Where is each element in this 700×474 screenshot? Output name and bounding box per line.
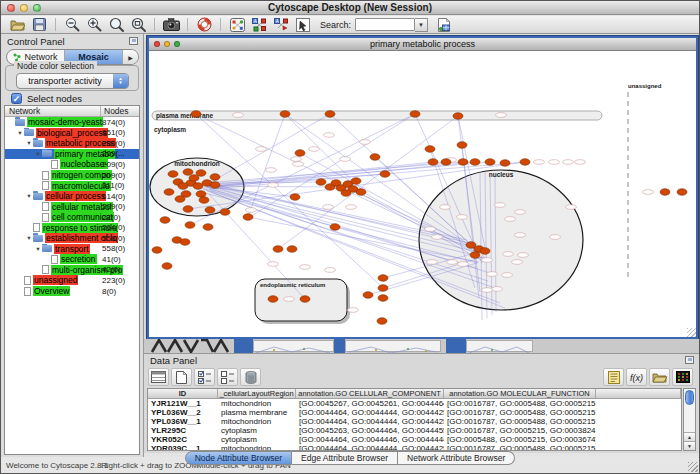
tab-network-attribute-browser[interactable]: Network Attribute Browser	[398, 451, 515, 465]
graph-node[interactable]	[191, 111, 201, 118]
graph-node[interactable]	[287, 246, 297, 253]
tree-row[interactable]: ▼primary metabo209(...	[5, 149, 139, 160]
graph-node[interactable]	[175, 196, 185, 203]
attribute-select-icon[interactable]	[148, 368, 169, 386]
graph-node[interactable]	[325, 111, 335, 118]
expander-icon[interactable]: ▼	[16, 130, 24, 136]
graph-node[interactable]	[363, 292, 373, 299]
function-builder-icon[interactable]: f(x)	[626, 368, 647, 386]
plasma-membrane-region[interactable]	[152, 111, 602, 120]
graph-node[interactable]	[243, 214, 253, 221]
graph-node[interactable]	[410, 111, 420, 118]
table-row[interactable]: YKR052Ccytoplasm[GO:0044464, GO:0044446,…	[148, 435, 681, 444]
heatmap-icon[interactable]	[672, 368, 693, 386]
graph-node[interactable]	[660, 189, 670, 196]
tree-row[interactable]: cellular metabol209(0)	[5, 201, 139, 212]
snapshot-icon[interactable]	[161, 17, 181, 33]
graph-node[interactable]	[280, 111, 290, 118]
graph-node[interactable]	[480, 248, 490, 255]
graph-node[interactable]	[180, 239, 190, 246]
graph-node[interactable]	[356, 189, 366, 196]
tab-node-attribute-browser[interactable]: Node Attribute Browser	[185, 451, 292, 465]
graph-node[interactable]	[470, 252, 480, 259]
network-graph[interactable]: plasma membrane cytoplasm mitochondrion …	[149, 52, 696, 337]
graph-node[interactable]	[380, 171, 390, 178]
scroll-up-icon[interactable]: ▲	[684, 432, 695, 441]
graph-node[interactable]	[316, 179, 326, 186]
graph-node[interactable]	[210, 174, 220, 181]
tree-row[interactable]: nucleobase-209(0)	[5, 159, 139, 170]
graph-node[interactable]	[470, 159, 480, 166]
background-frame-thumbnail[interactable]	[253, 340, 334, 352]
unselect-attributes-icon[interactable]	[217, 368, 238, 386]
attribute-table-header[interactable]: ID _cellularLayoutRegion annotation.GO C…	[148, 389, 681, 399]
table-row[interactable]: YJR121W__1mitochondrion[GO:0045267, GO:0…	[148, 399, 681, 408]
graph-node[interactable]	[199, 197, 209, 204]
network-frame-titlebar[interactable]: primary metabolic process	[149, 38, 696, 51]
annotation-transfer-icon[interactable]: A	[271, 17, 291, 33]
select-attributes-icon[interactable]	[194, 368, 215, 386]
table-row[interactable]: YPL036W__2plasma membrane[GO:0044464, GO…	[148, 408, 681, 417]
scroll-down-icon[interactable]: ▼	[684, 441, 695, 450]
background-frame-thumbnail[interactable]	[345, 340, 441, 352]
column-cellular-component[interactable]: annotation.GO CELLULAR_COMPONENT	[296, 389, 444, 398]
graph-node[interactable]	[178, 183, 188, 190]
network-view-frame[interactable]: primary metabolic process plasma membran…	[147, 36, 698, 339]
graph-node[interactable]	[220, 209, 230, 216]
tree-row[interactable]: ▼establishment of lo558(0)	[5, 233, 139, 244]
save-icon[interactable]	[29, 17, 49, 33]
expander-icon[interactable]: ▼	[34, 246, 42, 252]
expander-icon[interactable]: ▼	[34, 151, 42, 157]
background-frame-titlebar[interactable]	[334, 339, 345, 353]
column-region[interactable]: _cellularLayoutRegion	[218, 389, 296, 398]
new-attribute-icon[interactable]	[171, 368, 192, 386]
graph-node[interactable]	[485, 159, 495, 166]
attribute-list-icon[interactable]	[603, 368, 624, 386]
graph-node[interactable]	[183, 169, 193, 176]
graph-node[interactable]	[152, 247, 162, 254]
table-row[interactable]: YLR295Ccytoplasm[GO:0045263, GO:0044464,…	[148, 426, 681, 435]
graph-node[interactable]	[189, 175, 199, 182]
tree-column-network[interactable]: Network	[5, 106, 101, 116]
select-nodes-checkbox[interactable]: ✓	[11, 93, 22, 104]
background-frame-titlebar[interactable]	[446, 339, 466, 353]
zoom-out-icon[interactable]	[62, 17, 82, 33]
graph-node[interactable]	[183, 206, 193, 213]
help-icon[interactable]	[194, 17, 214, 33]
tree-row[interactable]: ▼metabolic process280(0)	[5, 138, 139, 149]
graph-node[interactable]	[203, 224, 213, 231]
scrollbar-thumb[interactable]	[685, 390, 694, 405]
background-frame-thumbnail[interactable]	[466, 340, 533, 352]
frame-resize-grip[interactable]	[687, 328, 696, 337]
import-attributes-icon[interactable]	[649, 368, 670, 386]
graph-node[interactable]	[196, 191, 206, 198]
graph-node[interactable]	[268, 296, 278, 303]
tab-edge-attribute-browser[interactable]: Edge Attribute Browser	[292, 451, 398, 465]
table-row[interactable]: YDR039C__1mitochondrion[GO:0044464, GO:0…	[148, 444, 681, 451]
graph-node[interactable]	[677, 189, 687, 196]
tree-row[interactable]: mosaic-demo-yeast874(0)	[5, 117, 139, 128]
network-canvas[interactable]: plasma membrane cytoplasm mitochondrion …	[149, 52, 696, 337]
graph-node[interactable]	[453, 113, 463, 120]
network-tree-header[interactable]: Network Nodes	[5, 106, 139, 117]
float-panel-icon[interactable]	[129, 37, 138, 45]
graph-node[interactable]	[378, 285, 388, 292]
graph-node[interactable]	[457, 142, 467, 149]
tree-row[interactable]: ▼biological_process651(0)	[5, 128, 139, 139]
graph-node[interactable]	[428, 159, 438, 166]
graph-node[interactable]	[378, 295, 388, 302]
graph-node[interactable]	[330, 224, 340, 231]
node-color-dropdown[interactable]: transporter activity ▲▼	[16, 73, 129, 89]
column-molecular-function[interactable]: annotation.GO MOLECULAR_FUNCTION	[444, 389, 596, 398]
combo-arrow-icon[interactable]: ▼	[415, 18, 428, 32]
graph-node[interactable]	[441, 159, 451, 166]
graph-node[interactable]	[185, 222, 195, 229]
graph-node[interactable]	[351, 178, 361, 185]
graph-node[interactable]	[210, 182, 220, 189]
zoom-fit-icon[interactable]	[128, 17, 148, 33]
graph-node[interactable]	[520, 159, 530, 166]
graph-node[interactable]	[500, 160, 510, 167]
tree-row[interactable]: macromolecule311(0)	[5, 180, 139, 191]
expander-icon[interactable]: ▼	[25, 193, 33, 199]
graph-node[interactable]	[290, 194, 300, 201]
